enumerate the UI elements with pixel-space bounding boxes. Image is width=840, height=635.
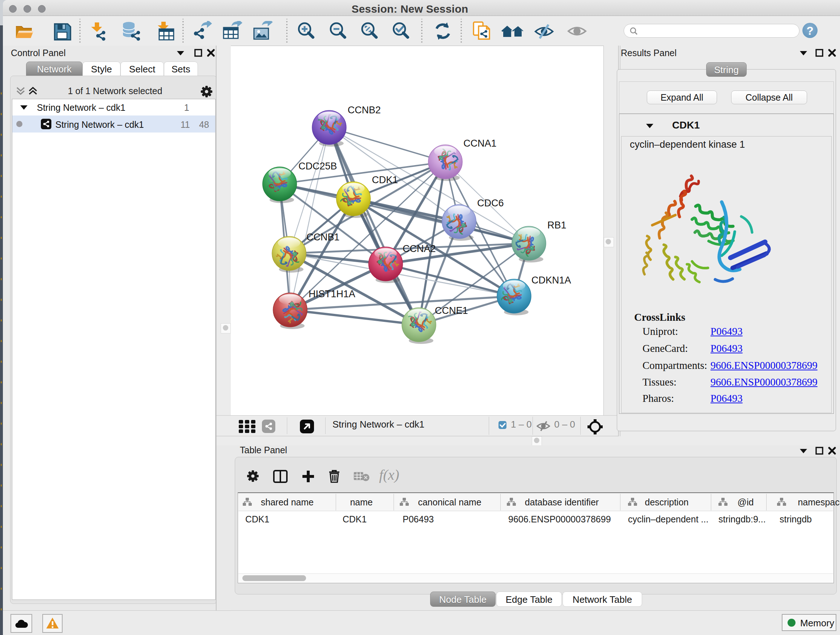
svg-text:CDC25B: CDC25B xyxy=(298,161,337,172)
svg-text:CCNB2: CCNB2 xyxy=(347,105,381,116)
svg-text:CCNB1: CCNB1 xyxy=(306,232,340,242)
svg-text:CCNA2: CCNA2 xyxy=(403,243,436,254)
svg-text:CCNE1: CCNE1 xyxy=(435,305,468,316)
svg-text:RB1: RB1 xyxy=(547,220,567,231)
svg-text:CDK1: CDK1 xyxy=(372,174,398,185)
svg-text:CCNA1: CCNA1 xyxy=(463,138,497,149)
svg-text:CDC6: CDC6 xyxy=(477,198,504,209)
svg-text:HIST1H1A: HIST1H1A xyxy=(309,288,355,299)
svg-text:CDKN1A: CDKN1A xyxy=(531,275,571,286)
